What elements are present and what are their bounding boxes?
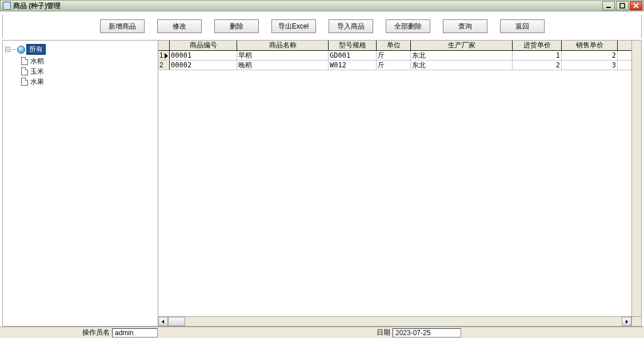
operator-value: admin bbox=[112, 328, 158, 337]
toolbar: 新增商品 修改 删除 导出Excel 导入商品 全部删除 查询 返回 bbox=[2, 15, 642, 38]
close-button[interactable] bbox=[630, 1, 642, 10]
cell-maker: 东北 bbox=[411, 61, 513, 70]
add-product-button[interactable]: 新增商品 bbox=[100, 19, 145, 33]
cell-outprice: 3 bbox=[562, 61, 618, 70]
date-label: 日期 bbox=[374, 328, 393, 337]
grid-header-row: 商品编号 商品名称 型号规格 单位 生产厂家 进货单价 销售单价 bbox=[158, 41, 641, 51]
cell-code: 00001 bbox=[170, 51, 237, 60]
cell-maker: 东北 bbox=[411, 51, 513, 60]
grid-pane: 商品编号 商品名称 型号规格 单位 生产厂家 进货单价 销售单价 1 00001… bbox=[158, 41, 641, 326]
grid-header-model[interactable]: 型号规格 bbox=[329, 41, 377, 50]
back-button[interactable]: 返回 bbox=[500, 19, 545, 33]
cell-model: GD001 bbox=[329, 51, 377, 60]
svg-marker-4 bbox=[165, 53, 168, 59]
grid-corner bbox=[158, 41, 170, 50]
edit-label: 修改 bbox=[173, 22, 186, 31]
date-value: 2023-07-25 bbox=[393, 328, 461, 337]
window-icon bbox=[3, 2, 11, 10]
grid-right-strip bbox=[631, 41, 641, 316]
window-controls bbox=[602, 1, 642, 10]
grid-header-inprice-label: 进货单价 bbox=[523, 41, 551, 50]
back-label: 返回 bbox=[515, 22, 529, 31]
cell-name: 晚稻 bbox=[237, 61, 329, 70]
add-product-label: 新增商品 bbox=[109, 22, 136, 31]
date-cell: 日期 2023-07-25 bbox=[374, 328, 461, 338]
maximize-icon bbox=[619, 3, 625, 9]
query-label: 查询 bbox=[458, 22, 472, 31]
tree-connector bbox=[11, 49, 16, 50]
query-button[interactable]: 查询 bbox=[443, 19, 487, 33]
minimize-button[interactable] bbox=[602, 1, 615, 10]
svg-marker-6 bbox=[626, 320, 628, 324]
import-product-button[interactable]: 导入商品 bbox=[329, 19, 373, 33]
grid-header-inprice[interactable]: 进货单价 bbox=[513, 41, 562, 50]
grid-header-model-label: 型号规格 bbox=[339, 41, 366, 50]
titlebar: 商品 (种子)管理 bbox=[0, 0, 644, 11]
minimize-icon bbox=[606, 3, 611, 9]
delete-button[interactable]: 删除 bbox=[214, 19, 259, 33]
grid-body: 1 00001 早稻 GD001 斤 东北 1 2 2 00002 晚稻 W01… bbox=[158, 51, 641, 326]
cell-code: 00002 bbox=[170, 61, 237, 70]
operator-cell: 操作员名 admin bbox=[80, 328, 158, 338]
delete-all-label: 全部删除 bbox=[394, 22, 422, 31]
document-icon bbox=[21, 67, 28, 75]
window-title: 商品 (种子)管理 bbox=[13, 1, 61, 11]
grid-header-maker[interactable]: 生产厂家 bbox=[411, 41, 513, 50]
svg-marker-5 bbox=[162, 320, 164, 324]
close-icon bbox=[633, 3, 639, 9]
scroll-corner bbox=[631, 317, 641, 326]
svg-rect-1 bbox=[620, 3, 625, 8]
tree-root-row[interactable]: − 所有 bbox=[5, 44, 155, 55]
row-number-label: 2 bbox=[159, 61, 163, 69]
chevron-left-icon bbox=[161, 320, 165, 324]
tree-item-label: 水果 bbox=[30, 77, 44, 87]
grid-header-code[interactable]: 商品编号 bbox=[170, 41, 237, 50]
row-number: 1 bbox=[158, 51, 170, 60]
delete-all-button[interactable]: 全部删除 bbox=[386, 19, 430, 33]
operator-label: 操作员名 bbox=[80, 328, 112, 337]
globe-icon bbox=[17, 46, 25, 54]
grid-header-outprice[interactable]: 销售单价 bbox=[562, 41, 618, 50]
grid-header-unit-label: 单位 bbox=[387, 41, 401, 50]
tree-expander[interactable]: − bbox=[5, 47, 10, 52]
import-label: 导入商品 bbox=[337, 22, 365, 31]
grid-header-name[interactable]: 商品名称 bbox=[237, 41, 329, 50]
export-excel-label: 导出Excel bbox=[278, 22, 309, 31]
cell-name: 早稻 bbox=[237, 51, 329, 60]
table-row[interactable]: 1 00001 早稻 GD001 斤 东北 1 2 bbox=[158, 51, 641, 61]
grid-header-unit[interactable]: 单位 bbox=[377, 41, 411, 50]
cell-unit: 斤 bbox=[377, 51, 411, 60]
statusbar: 操作员名 admin 日期 2023-07-25 bbox=[0, 327, 644, 338]
scroll-thumb[interactable] bbox=[168, 317, 185, 326]
cell-inprice: 2 bbox=[513, 61, 562, 70]
delete-label: 删除 bbox=[230, 22, 243, 31]
edit-button[interactable]: 修改 bbox=[157, 19, 202, 33]
grid-header-maker-label: 生产厂家 bbox=[448, 41, 475, 50]
export-excel-button[interactable]: 导出Excel bbox=[271, 19, 316, 33]
grid-header-code-label: 商品编号 bbox=[190, 41, 217, 50]
table-row[interactable]: 2 00002 晚稻 W012 斤 东北 2 3 bbox=[158, 61, 641, 70]
row-number-label: 1 bbox=[159, 51, 163, 59]
maximize-button[interactable] bbox=[616, 1, 629, 10]
scroll-right-button[interactable] bbox=[622, 317, 631, 326]
document-icon bbox=[21, 57, 28, 65]
tree-item[interactable]: 水稻 bbox=[21, 56, 155, 66]
main-panel: − 所有 水稻 玉米 水果 商品编号 商品名称 型号规格 bbox=[2, 40, 642, 327]
chevron-right-icon bbox=[625, 320, 629, 324]
cell-outprice: 2 bbox=[562, 51, 618, 60]
grid-header-name-label: 商品名称 bbox=[269, 41, 297, 50]
tree-item[interactable]: 玉米 bbox=[21, 66, 155, 77]
document-icon bbox=[21, 78, 28, 86]
scroll-left-button[interactable] bbox=[158, 317, 168, 326]
horizontal-scrollbar[interactable] bbox=[158, 316, 641, 326]
cell-model: W012 bbox=[329, 61, 377, 70]
grid-header-outprice-label: 销售单价 bbox=[576, 41, 603, 50]
scroll-track[interactable] bbox=[168, 317, 622, 326]
cell-inprice: 1 bbox=[513, 51, 562, 60]
tree-item-label: 玉米 bbox=[30, 67, 44, 77]
tree-item[interactable]: 水果 bbox=[21, 77, 155, 87]
tree-root-label: 所有 bbox=[26, 44, 46, 55]
current-row-pointer-icon bbox=[165, 53, 168, 61]
row-number: 2 bbox=[158, 61, 170, 70]
tree-item-label: 水稻 bbox=[30, 57, 44, 66]
